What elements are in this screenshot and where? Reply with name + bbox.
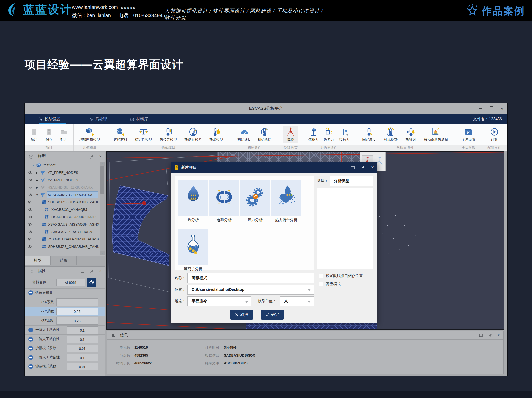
scroll-down-button[interactable]: ▼ (100, 251, 105, 255)
initial-velocity-button[interactable]: 初始速度 (237, 127, 251, 142)
advanced-mode-option[interactable]: 高级模式 (319, 282, 341, 286)
tab-results[interactable]: 结果 (51, 256, 77, 265)
gaussian-flux-button[interactable]: 移动高斯热通量 (424, 127, 448, 142)
dialog-titlebar[interactable]: 新建项目 × (171, 162, 377, 173)
scrollbar-thumb[interactable] (100, 166, 104, 194)
tab-model-setup[interactable]: 模型设置 (38, 114, 60, 124)
type-input[interactable]: 分析类型 (330, 176, 373, 186)
prop-input[interactable]: 0.01 (67, 363, 98, 370)
new-button[interactable]: 新建 (29, 127, 40, 142)
brand-logo[interactable]: 蓝蓝设计 (5, 2, 72, 17)
eye-icon[interactable] (27, 207, 33, 212)
heat-conduction-model-button[interactable]: 热传导模型 (160, 127, 177, 142)
eye-icon[interactable] (27, 222, 32, 227)
pin-icon[interactable] (488, 333, 493, 338)
checkbox-icon[interactable] (319, 282, 323, 286)
eye-closed-icon[interactable] (27, 185, 33, 190)
collapse-icon[interactable] (28, 364, 33, 369)
boundary-force-button[interactable]: 边界力 (323, 127, 334, 142)
eye-icon[interactable] (27, 170, 33, 175)
kxx-input[interactable] (56, 298, 98, 306)
close-button[interactable]: × (497, 103, 507, 114)
tree-row[interactable]: ▶ YZ_FREE_NODES (25, 169, 99, 176)
tree-row-hidden[interactable]: ▶ HSAUHDISU_JZXIUXHAHX (25, 184, 99, 191)
restore-button[interactable] (486, 103, 497, 114)
prop-group-row[interactable]: 热传导模型 (25, 289, 105, 297)
scroll-up-button[interactable]: ▲ (100, 162, 105, 166)
eye-icon[interactable] (27, 244, 32, 249)
heat-storage-model-button[interactable]: 热储存模型 (184, 127, 202, 142)
caret-right-icon[interactable]: ▶ (35, 179, 39, 181)
tree-row[interactable]: SDHSBJZS_GHSABJHB_ZAHU (25, 199, 99, 206)
float-window-icon[interactable] (80, 269, 85, 274)
collapse-icon[interactable] (28, 328, 33, 332)
radiation-button[interactable]: 热辐射 (405, 127, 416, 142)
tree-row-root[interactable]: ▼ test.dat (25, 162, 99, 169)
initial-temperature-button[interactable]: 初始温度 (258, 127, 271, 142)
tree-row[interactable]: XAGBSXG_AYHAQBJ (25, 206, 99, 213)
add-mesh-model-button[interactable]: 增加网格模型 (79, 127, 100, 142)
select-material-button[interactable]: 选择材料 (114, 127, 127, 142)
tree-row-selected[interactable]: ▼ AGSGKJKG_GJHXAJKHXA (25, 191, 99, 199)
float-window-icon[interactable] (478, 333, 483, 338)
caret-right-icon[interactable]: ▶ (35, 186, 39, 189)
window-titlebar[interactable]: ESCASS分析平台 × (25, 103, 507, 114)
panel-close-icon[interactable]: × (497, 333, 500, 338)
caret-down-icon[interactable]: ▼ (31, 164, 35, 167)
tab-postprocess[interactable]: 后处理 (89, 114, 107, 124)
tab-material-library[interactable]: 材料库 (130, 114, 148, 124)
eye-icon[interactable] (27, 200, 32, 204)
tree-scrollbar[interactable]: ▲ ▼ (100, 162, 105, 255)
displacement-button[interactable]: 位移 (283, 126, 298, 143)
collapse-icon[interactable] (28, 346, 33, 351)
kzz-input[interactable]: 0.25 (56, 317, 98, 325)
stability-model-button[interactable]: 稳定性模型 (135, 127, 152, 142)
ok-button[interactable]: 确定 (261, 310, 284, 320)
collapse-icon[interactable] (28, 290, 33, 295)
checkbox-icon[interactable] (319, 274, 323, 278)
body-force-button[interactable]: 体积力 (308, 127, 319, 142)
tile-plasma-analysis[interactable]: + + + (178, 229, 208, 265)
brand-url[interactable]: www.lanlanwork.com (72, 4, 118, 10)
dimension-dropdown[interactable]: 平面应变 (187, 296, 251, 306)
tile-thermal-coupled-analysis[interactable]: TFSI (271, 180, 301, 216)
prop-input[interactable]: 0.1 (67, 336, 98, 343)
name-input[interactable]: 高级模式 (187, 273, 314, 283)
tab-model[interactable]: 模型 (25, 256, 51, 265)
collapse-icon[interactable] (28, 337, 33, 342)
panel-close-icon[interactable]: × (99, 269, 102, 274)
analysis-type-listbox[interactable] (317, 188, 373, 269)
tile-thermal-analysis[interactable] (178, 180, 208, 216)
material-name-input[interactable]: AL6061 (56, 279, 85, 286)
pin-icon[interactable] (89, 269, 95, 274)
minimize-button[interactable] (475, 103, 486, 114)
panel-close-icon[interactable]: × (99, 154, 102, 159)
convection-button[interactable]: 对流换热 (384, 127, 398, 142)
material-settings-button[interactable] (87, 278, 96, 287)
dialog-float-icon[interactable] (351, 165, 355, 170)
eye-icon[interactable] (27, 178, 33, 182)
tree-row[interactable]: ▶ YZ_FREE_NODES (25, 176, 99, 184)
pin-icon[interactable] (89, 154, 95, 159)
tile-stress-analysis[interactable] (240, 180, 270, 216)
caret-right-icon[interactable]: ▶ (35, 171, 39, 174)
global-settings-button[interactable]: 全局设置 (462, 127, 476, 142)
contact-force-button[interactable]: 接触力 (339, 127, 350, 142)
red-node-marker[interactable] (142, 201, 146, 205)
kyy-input[interactable]: 0.25 (56, 308, 98, 315)
collapse-icon[interactable] (28, 355, 33, 360)
portfolio-link[interactable]: 作品案例 (466, 4, 525, 18)
compute-button[interactable]: 计算 (489, 127, 500, 142)
eye-icon[interactable] (27, 237, 32, 241)
prop-input[interactable]: 0.1 (67, 326, 98, 334)
save-button[interactable]: 保存 (44, 127, 54, 142)
open-button[interactable]: 打开 (59, 127, 69, 142)
dialog-pin-icon[interactable] (361, 165, 365, 170)
eye-icon[interactable] (27, 230, 33, 234)
tree-row[interactable]: XSAXGAUS_AISYAQSH_ASHX (25, 221, 99, 228)
tree-row[interactable]: SDHSBJZS_GHSABJHB_ZAHU (25, 243, 99, 250)
tree-row[interactable]: ZSXGX_HSAKAZNZXK_AHASX (25, 235, 99, 243)
heat-source-model-button[interactable]: 热源模型 (209, 127, 223, 142)
cancel-button[interactable]: 取消 (230, 310, 253, 320)
eye-icon[interactable] (27, 193, 33, 197)
